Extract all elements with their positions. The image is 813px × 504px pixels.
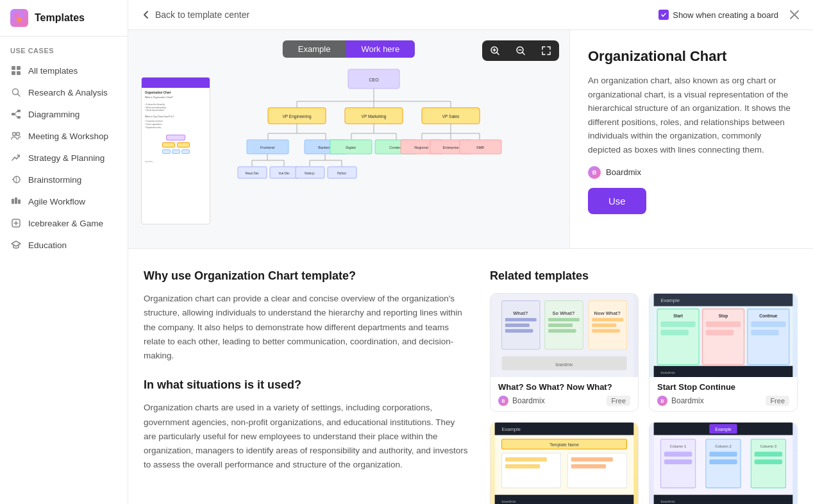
- sidebar-item-diagramming[interactable]: Diagramming: [0, 103, 128, 125]
- svg-rect-102: [592, 318, 623, 321]
- sidebar-item-brainstorming[interactable]: Brainstorming: [0, 169, 128, 190]
- sidebar: Templates Use cases All templates Resear…: [0, 0, 128, 504]
- card-badge-wsnw: Free: [607, 396, 630, 406]
- use-button[interactable]: Use: [588, 188, 646, 214]
- meeting-icon: [10, 130, 22, 142]
- svg-text:What?: What?: [513, 310, 528, 316]
- thumb-svg-3: Example Template Name boardmix: [490, 423, 638, 504]
- zoom-out-button[interactable]: [508, 40, 533, 61]
- svg-rect-152: [755, 459, 782, 464]
- topbar-right: Show when creating a board: [658, 9, 800, 21]
- fullscreen-button[interactable]: [533, 40, 559, 61]
- sidebar-label-research: Research & Analysis: [28, 88, 108, 97]
- svg-rect-116: [661, 321, 696, 327]
- education-icon: [10, 239, 22, 251]
- svg-text:Continue: Continue: [759, 314, 778, 318]
- author-logo: B: [588, 166, 601, 179]
- sidebar-item-research-analysis[interactable]: Research & Analysis: [0, 81, 128, 103]
- svg-text:boardmix: boardmix: [556, 362, 573, 367]
- strategy-icon: [10, 152, 22, 164]
- svg-rect-11: [17, 116, 21, 119]
- tab-example[interactable]: Example: [283, 40, 346, 58]
- svg-line-12: [15, 111, 17, 114]
- related-card-ssc[interactable]: Example Start Stop Continue: [649, 293, 798, 412]
- svg-rect-119: [706, 330, 733, 335]
- sidebar-item-all-templates[interactable]: All templates: [0, 60, 128, 81]
- related-card-wsnw[interactable]: What? So What? Now What?: [490, 293, 639, 412]
- show-checkbox[interactable]: [658, 10, 669, 20]
- svg-text:CEO: CEO: [369, 78, 379, 82]
- card-info-wsnw: What? So What? Now What? B Boardmix Free: [490, 377, 638, 411]
- related-title: Related templates: [490, 269, 798, 283]
- sidebar-item-education[interactable]: Education: [0, 234, 128, 256]
- why-heading: Why use Organization Chart template?: [144, 269, 469, 283]
- grid-icon: [10, 65, 22, 76]
- content-area: Why use Organization Chart template? Org…: [128, 249, 813, 504]
- preview-canvas: Example Work here Organization Chart Wha…: [128, 30, 569, 248]
- preview-reference-panel: Organization Chart What is Organization …: [141, 77, 210, 224]
- svg-text:VP Engineering: VP Engineering: [282, 114, 311, 119]
- svg-rect-96: [505, 318, 537, 321]
- author-name: Boardmix: [606, 167, 641, 177]
- svg-rect-99: [548, 318, 580, 321]
- svg-rect-5: [12, 71, 15, 75]
- situations-text: Organization charts are used in a variet…: [144, 401, 469, 472]
- svg-rect-131: [505, 457, 547, 462]
- sidebar-item-meeting-workshop[interactable]: Meeting & Workshop: [0, 125, 128, 147]
- card-name-ssc: Start Stop Continue: [657, 382, 789, 392]
- svg-rect-120: [751, 321, 785, 327]
- svg-line-29: [497, 53, 499, 55]
- svg-text:Content: Content: [389, 146, 402, 149]
- thumb-svg-ssc: Example Start Stop Continue: [650, 294, 797, 377]
- card-author-wsnw: Boardmix: [512, 396, 603, 405]
- svg-rect-20: [18, 199, 21, 204]
- preview-section: Example Work here Organization Chart Wha…: [128, 30, 813, 249]
- svg-rect-4: [17, 66, 21, 70]
- related-card-4[interactable]: Example Column 1 Column 2 Column 3: [649, 422, 798, 504]
- svg-text:boardmix: boardmix: [661, 371, 676, 374]
- card-name-wsnw: What? So What? Now What?: [498, 382, 630, 392]
- card-footer-wsnw: B Boardmix Free: [498, 396, 630, 406]
- related-grid: What? So What? Now What?: [490, 293, 798, 504]
- sidebar-item-strategy-planning[interactable]: Strategy & Planning: [0, 147, 128, 169]
- svg-text:Example: Example: [502, 426, 521, 432]
- svg-text:React Dev: React Dev: [245, 172, 259, 175]
- svg-rect-98: [505, 329, 533, 332]
- svg-rect-97: [505, 324, 530, 327]
- svg-rect-134: [571, 464, 606, 469]
- sidebar-label-diagramming: Diagramming: [28, 110, 80, 119]
- template-description: An organization chart, also known as org…: [588, 74, 795, 157]
- svg-point-14: [13, 133, 16, 136]
- svg-rect-147: [664, 452, 692, 457]
- svg-rect-118: [706, 321, 741, 327]
- svg-text:Column 1: Column 1: [670, 444, 687, 448]
- close-button[interactable]: [789, 9, 800, 21]
- svg-text:Vue Dev: Vue Dev: [278, 172, 290, 175]
- svg-point-2: [17, 17, 22, 22]
- svg-rect-132: [505, 464, 540, 469]
- situations-heading: In what situations is it used?: [144, 378, 469, 392]
- svg-text:Digital: Digital: [346, 146, 355, 149]
- tab-work-here[interactable]: Work here: [346, 40, 415, 58]
- zoom-in-button[interactable]: [482, 40, 508, 61]
- sidebar-item-agile-workflow[interactable]: Agile Workflow: [0, 190, 128, 212]
- svg-line-8: [18, 94, 21, 97]
- show-when-creating-group: Show when creating a board: [658, 10, 778, 20]
- svg-text:Now What?: Now What?: [594, 310, 621, 316]
- svg-text:boardmix: boardmix: [661, 500, 676, 503]
- preview-tabs: Example Work here: [283, 40, 415, 58]
- search-icon: [10, 87, 22, 98]
- zoom-controls: [482, 40, 559, 61]
- card-footer-ssc: B Boardmix Free: [657, 396, 789, 406]
- back-button[interactable]: Back to template center: [141, 10, 249, 20]
- sidebar-label-icebreaker: Icebreaker & Game: [28, 219, 103, 228]
- related-card-3[interactable]: Example Template Name boardmix: [490, 422, 639, 504]
- svg-rect-117: [661, 330, 689, 335]
- sidebar-title: Templates: [35, 12, 85, 24]
- author-info: B Boardmix: [588, 166, 795, 179]
- svg-rect-19: [15, 197, 17, 204]
- svg-rect-133: [571, 457, 613, 462]
- sidebar-item-icebreaker-game[interactable]: Icebreaker & Game: [0, 212, 128, 234]
- svg-text:Stop: Stop: [719, 314, 728, 319]
- svg-rect-3: [12, 66, 15, 70]
